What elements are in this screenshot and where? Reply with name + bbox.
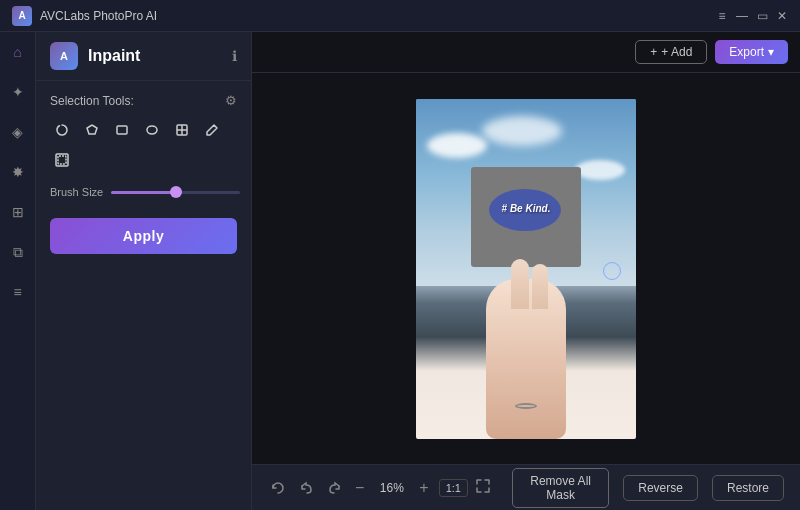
finger2 bbox=[532, 264, 548, 309]
svg-rect-0 bbox=[117, 126, 127, 134]
restore-button[interactable]: Restore bbox=[712, 475, 784, 501]
svg-rect-6 bbox=[58, 156, 66, 164]
app-logo: A bbox=[12, 6, 32, 26]
maximize-icon[interactable]: ▭ bbox=[756, 10, 768, 22]
brush-selection-btn[interactable] bbox=[200, 118, 224, 142]
rect-tool-btn[interactable] bbox=[110, 118, 134, 142]
sidebar-logo: A bbox=[50, 42, 78, 70]
selection-tools-label-row: Selection Tools: ⚙ bbox=[50, 93, 237, 108]
photo-container: # Be Kind. bbox=[416, 99, 636, 439]
polygon-lasso-btn[interactable] bbox=[80, 118, 104, 142]
cloud2 bbox=[575, 160, 625, 180]
rail-settings-icon[interactable]: ≡ bbox=[6, 280, 30, 304]
canvas-area: + + Add Export ▾ bbox=[252, 32, 800, 510]
expand-tool-btn[interactable] bbox=[50, 148, 74, 172]
zoom-out-icon[interactable]: − bbox=[353, 479, 366, 497]
canvas-viewport[interactable]: # Be Kind. bbox=[252, 73, 800, 464]
rail-shapes-icon[interactable]: ◈ bbox=[6, 120, 30, 144]
cloud3 bbox=[482, 116, 562, 146]
undo-icon[interactable] bbox=[296, 474, 316, 502]
zoom-reset-btn[interactable]: 1:1 bbox=[439, 479, 468, 497]
smart-selection-btn[interactable] bbox=[170, 118, 194, 142]
zoom-level: 16% bbox=[374, 481, 409, 495]
hand-area bbox=[486, 279, 566, 439]
reverse-button[interactable]: Reverse bbox=[623, 475, 698, 501]
rail-home-icon[interactable]: ⌂ bbox=[6, 40, 30, 64]
tool-icons-row bbox=[50, 118, 237, 172]
bottom-toolbar: − 16% + 1:1 Remove All Mask Reverse Rest… bbox=[252, 464, 800, 510]
brush-size-slider[interactable] bbox=[111, 191, 240, 194]
cloud1 bbox=[427, 133, 487, 158]
app-title: AVCLabs PhotoPro AI bbox=[40, 9, 716, 23]
gear-icon[interactable]: ⚙ bbox=[225, 93, 237, 108]
ellipse-tool-btn[interactable] bbox=[140, 118, 164, 142]
rail-star-icon[interactable]: ✸ bbox=[6, 160, 30, 184]
finger1 bbox=[511, 259, 529, 309]
plus-icon: + bbox=[650, 45, 657, 59]
add-button[interactable]: + + Add bbox=[635, 40, 707, 64]
info-icon[interactable]: ℹ bbox=[232, 48, 237, 64]
rail-magic-icon[interactable]: ✦ bbox=[6, 80, 30, 104]
close-icon[interactable]: ✕ bbox=[776, 10, 788, 22]
sidebar-content: Selection Tools: ⚙ bbox=[36, 81, 251, 510]
rail-grid-icon[interactable]: ⊞ bbox=[6, 200, 30, 224]
remove-all-mask-button[interactable]: Remove All Mask bbox=[512, 468, 609, 508]
sidebar-header: A Inpaint ℹ bbox=[36, 32, 251, 81]
sidebar: A Inpaint ℹ Selection Tools: ⚙ bbox=[36, 32, 252, 510]
photo-image: # Be Kind. bbox=[416, 99, 636, 439]
icon-rail: ⌂ ✦ ◈ ✸ ⊞ ⧉ ≡ bbox=[0, 32, 36, 510]
rail-layers-icon[interactable]: ⧉ bbox=[6, 240, 30, 264]
svg-point-1 bbox=[147, 126, 157, 134]
apply-button[interactable]: Apply bbox=[50, 218, 237, 254]
redo-icon[interactable] bbox=[325, 474, 345, 502]
card-object: # Be Kind. bbox=[471, 167, 581, 267]
sidebar-title: Inpaint bbox=[88, 47, 140, 65]
fit-icon[interactable] bbox=[476, 479, 490, 496]
brush-size-row: Brush Size bbox=[50, 186, 237, 198]
selection-tools-label: Selection Tools: bbox=[50, 94, 134, 108]
canvas-header: + + Add Export ▾ bbox=[252, 32, 800, 73]
export-button[interactable]: Export ▾ bbox=[715, 40, 788, 64]
card-text-overlay: # Be Kind. bbox=[483, 203, 569, 214]
menu-icon[interactable]: ≡ bbox=[716, 10, 728, 22]
lasso-tool-btn[interactable] bbox=[50, 118, 74, 142]
minimize-icon[interactable]: — bbox=[736, 10, 748, 22]
zoom-in-icon[interactable]: + bbox=[417, 479, 430, 497]
reset-view-icon[interactable] bbox=[268, 474, 288, 502]
window-controls: ≡ — ▭ ✕ bbox=[716, 10, 788, 22]
chevron-down-icon: ▾ bbox=[768, 45, 774, 59]
title-bar: A AVCLabs PhotoPro AI ≡ — ▭ ✕ bbox=[0, 0, 800, 32]
main-layout: ⌂ ✦ ◈ ✸ ⊞ ⧉ ≡ A Inpaint ℹ Selection Tool… bbox=[0, 32, 800, 510]
ring bbox=[515, 403, 537, 409]
brush-size-label: Brush Size bbox=[50, 186, 103, 198]
